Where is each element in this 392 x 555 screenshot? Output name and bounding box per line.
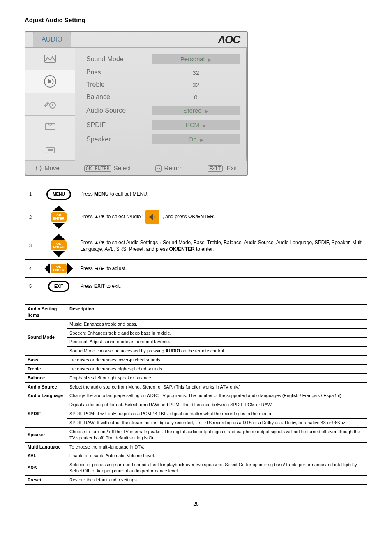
osd-footer: ⟨ ⟩Move OK ENTERSelect ↩Return EXIT Exit [25, 161, 247, 175]
osd-row-spdif: SPDIF PCM ▶ [75, 118, 246, 132]
step-icon-updown: OKENTER [42, 231, 76, 260]
step-row: 4 OKENTER Press ◄/► to adjust. [25, 260, 367, 278]
osd-row-bass: Bass 32 [75, 66, 246, 79]
setting-label: Preset [25, 475, 67, 484]
settings-header-desc: Description [67, 305, 367, 320]
footer-return: ↩Return [155, 164, 182, 172]
step-number: 1 [25, 185, 42, 203]
setting-desc: Solution of processing surround sound ef… [67, 460, 367, 476]
setting-desc: Choose to turn on / off the TV internal … [67, 427, 367, 442]
setting-label: Treble [25, 364, 67, 373]
setting-label: Audio Language [25, 391, 67, 400]
page-heading: Adjust Audio Setting [25, 16, 367, 23]
page-number: 28 [25, 501, 367, 507]
osd-menu: AUDIO ΛOC Sound Mode Personal ▶ [25, 31, 248, 176]
osd-row-label: Speaker [86, 136, 152, 143]
down-arrow-icon [53, 223, 65, 229]
settings-table: Audio Setting Items Description Sound Mo… [25, 304, 367, 485]
osd-row-value: 32 [152, 69, 240, 76]
setting-desc: Sound Mode can also be accessed by press… [67, 347, 367, 356]
setting-desc: Emphasizes left or right speaker balance… [67, 373, 367, 382]
osd-row-balance: Balance 0 [75, 91, 246, 103]
osd-row-value: On ▶ [152, 134, 240, 144]
osd-row-label: Treble [86, 81, 152, 88]
osd-row-treble: Treble 32 [75, 79, 246, 91]
setting-desc: SPDIF RAW: It will output the stream as … [67, 418, 367, 427]
setting-label: Sound Mode [25, 319, 67, 355]
setting-label: Bass [25, 356, 67, 365]
osd-category-list [25, 48, 75, 161]
osd-row-value: Stereo ▶ [152, 106, 240, 115]
settings-header-items: Audio Setting Items [25, 305, 67, 320]
down-arrow-icon [53, 251, 65, 257]
step-number: 2 [25, 203, 42, 231]
setting-label: Audio Source [25, 382, 67, 391]
steps-table: 1 MENU Press MENU to call out MENU. 2 OK… [25, 185, 367, 295]
step-icon-leftright: OKENTER [42, 260, 76, 278]
speaker-icon [145, 210, 159, 224]
setting-label: Balance [25, 373, 67, 382]
menu-button-icon: MENU [46, 189, 71, 200]
left-arrow-icon [44, 263, 50, 274]
setting-desc: Select the audio source from Mono, Stere… [67, 382, 367, 391]
osd-row-label: Balance [86, 93, 152, 101]
svg-rect-6 [48, 149, 53, 151]
setting-desc: Music: Enhances treble and bass. [67, 319, 367, 328]
settings-header-row: Audio Setting Items Description [25, 305, 367, 320]
right-arrow-icon [67, 263, 73, 274]
svg-rect-4 [45, 124, 55, 130]
osd-row-label: Sound Mode [86, 56, 152, 63]
step-number: 3 [25, 231, 42, 260]
category-picture-icon [25, 48, 75, 70]
footer-select: OK ENTERSelect [84, 164, 131, 172]
category-setup-icon [25, 93, 75, 116]
osd-tab-audio: AUDIO [33, 32, 71, 47]
setting-desc: Digital audio output format. Select from… [67, 400, 367, 409]
svg-point-3 [52, 104, 53, 106]
osd-row-value: 0 [152, 94, 240, 101]
category-audio-icon [25, 70, 75, 93]
osd-row-value: 32 [152, 81, 240, 88]
setting-desc: Speech: Enhances treble and keep bass in… [67, 328, 367, 338]
step-row: 5 EXIT Press EXIT to exit. [25, 278, 367, 295]
setting-label: Multi Language [25, 442, 67, 451]
osd-row-speaker: Speaker On ▶ [75, 132, 246, 146]
category-lock-icon [25, 138, 75, 161]
category-channel-icon [25, 116, 75, 138]
up-arrow-icon [53, 206, 65, 211]
osd-settings-panel: Sound Mode Personal ▶ Bass 32 Treble 32 … [75, 48, 247, 161]
exit-button-icon: EXIT [48, 281, 69, 292]
setting-desc: SPDIF PCM: It will only output as a PCM … [67, 409, 367, 419]
step-number: 4 [25, 260, 42, 278]
osd-row-value: PCM ▶ [152, 120, 240, 130]
step-text: Press MENU to call out MENU. [76, 185, 367, 203]
osd-row-label: Audio Source [86, 107, 152, 114]
ok-enter-icon: OKENTER [51, 264, 66, 273]
footer-move: ⟨ ⟩Move [35, 164, 60, 172]
setting-label: SRS [25, 460, 67, 476]
step-text: Press ◄/► to adjust. [76, 260, 367, 278]
up-arrow-icon [53, 234, 65, 240]
step-text: Press EXIT to exit. [76, 278, 367, 295]
setting-desc: To choose the multi-language in DTV. [67, 442, 367, 451]
step-icon-menu: MENU [42, 185, 76, 203]
setting-desc: Increases or decreases lower-pitched sou… [67, 356, 367, 365]
step-row: 1 MENU Press MENU to call out MENU. [25, 185, 367, 203]
step-text: Press ▲/▼ to select Audio Settings：Sound… [76, 231, 367, 260]
brand-logo: ΛOC [218, 33, 240, 46]
step-text: Press ▲/▼ to select "Audio" , and press … [76, 203, 367, 231]
step-icon-updown: OKENTER [42, 203, 76, 231]
step-number: 5 [25, 278, 42, 295]
osd-row-label: Bass [86, 69, 152, 76]
setting-desc: Change the audio language setting on ATS… [67, 391, 367, 400]
setting-desc: Personal: Adjust sound mode as personal … [67, 338, 367, 347]
ok-enter-icon: OKENTER [51, 212, 66, 222]
setting-label: AVL [25, 451, 67, 460]
footer-exit: EXIT Exit [208, 164, 237, 172]
osd-row-sound-mode: Sound Mode Personal ▶ [75, 52, 246, 66]
setting-desc: Enable or disable Automatic Volume Level… [67, 451, 367, 460]
setting-label: SPDIF [25, 400, 67, 428]
setting-desc: Increases or decreases higher-pitched so… [67, 364, 367, 373]
step-icon-exit: EXIT [42, 278, 76, 295]
step-row: 2 OKENTER Press ▲/▼ to select "Audio" , … [25, 203, 367, 231]
